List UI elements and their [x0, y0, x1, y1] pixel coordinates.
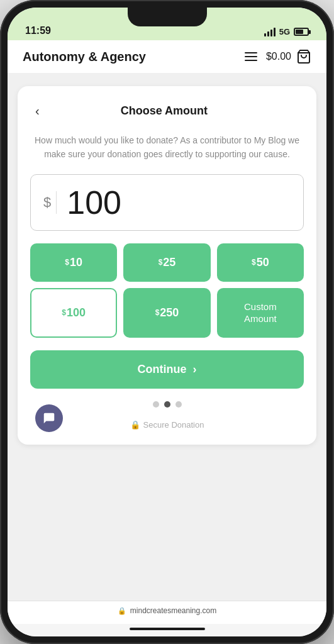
amount-button-100[interactable]: $100 — [30, 288, 117, 338]
battery-icon — [294, 28, 309, 36]
network-label: 5G — [279, 27, 290, 36]
card-title: Choose Amount — [45, 104, 304, 118]
chat-bubble-button[interactable] — [35, 404, 63, 432]
app-header: Autonomy & Agency $0.00 — [8, 40, 326, 74]
header-right: $0.00 — [245, 49, 311, 64]
hamburger-line-2 — [245, 56, 257, 57]
home-bar — [130, 628, 205, 630]
secure-label: Secure Donation — [143, 420, 204, 430]
status-time: 11:59 — [25, 25, 51, 36]
url-lock-icon: 🔒 — [118, 607, 126, 615]
main-content: ‹ Choose Amount How much would you like … — [8, 74, 326, 601]
hamburger-line-1 — [245, 52, 257, 53]
amount-button-250[interactable]: $250 — [123, 288, 210, 338]
status-icons: 5G — [264, 27, 309, 36]
dollar-sup-100: $ — [62, 308, 66, 317]
amount-button-custom[interactable]: CustomAmount — [217, 288, 304, 338]
cart-area[interactable]: $0.00 — [266, 49, 311, 64]
url-label: mindcreatesmeaning.com — [130, 606, 216, 615]
bottom-bar: 🔒 mindcreatesmeaning.com — [8, 601, 326, 624]
battery-fill — [296, 30, 303, 34]
back-button[interactable]: ‹ — [30, 101, 45, 121]
amount-grid: $10 $25 $50 $100 $250 Cus — [30, 243, 304, 338]
phone-frame: 11:59 5G Autonomy & Agency — [0, 0, 334, 644]
description-text: How much would you like to donate? As a … — [30, 133, 304, 162]
input-divider — [56, 191, 57, 214]
signal-bar-1 — [264, 33, 266, 36]
hamburger-menu-button[interactable] — [245, 52, 257, 61]
amount-button-10[interactable]: $10 — [30, 243, 117, 282]
chevron-right-icon: › — [193, 363, 197, 376]
pagination-dots — [30, 401, 304, 408]
app-title: Autonomy & Agency — [23, 50, 146, 64]
amount-input-container[interactable]: $ 100 — [30, 174, 304, 231]
dot-1 — [153, 401, 159, 408]
currency-symbol: $ — [43, 194, 51, 211]
dollar-sup-10: $ — [65, 258, 69, 267]
lock-icon: 🔒 — [130, 420, 140, 430]
amount-button-50[interactable]: $50 — [217, 243, 304, 282]
dollar-sup-25: $ — [159, 258, 163, 267]
secure-donation: 🔒 Secure Donation — [30, 420, 304, 430]
donation-card: ‹ Choose Amount How much would you like … — [18, 86, 316, 445]
signal-bar-2 — [267, 31, 269, 36]
signal-bars-icon — [264, 28, 276, 36]
amount-display: 100 — [67, 184, 291, 221]
hamburger-line-3 — [245, 60, 257, 61]
dollar-sup-250: $ — [155, 308, 160, 317]
signal-bar-3 — [270, 30, 272, 36]
dot-2 — [164, 401, 170, 408]
signal-bar-4 — [274, 28, 276, 36]
home-indicator — [8, 624, 326, 636]
dollar-sup-50: $ — [252, 258, 256, 267]
amount-button-25[interactable]: $25 — [123, 243, 210, 282]
dot-3 — [175, 401, 182, 408]
card-header: ‹ Choose Amount — [30, 101, 304, 121]
continue-label: Continue — [138, 363, 187, 376]
continue-button[interactable]: Continue › — [30, 350, 304, 389]
cart-icon — [296, 49, 311, 64]
chat-icon — [42, 411, 56, 425]
cart-price: $0.00 — [266, 51, 291, 62]
notch — [128, 8, 207, 26]
phone-screen: 11:59 5G Autonomy & Agency — [8, 8, 326, 636]
